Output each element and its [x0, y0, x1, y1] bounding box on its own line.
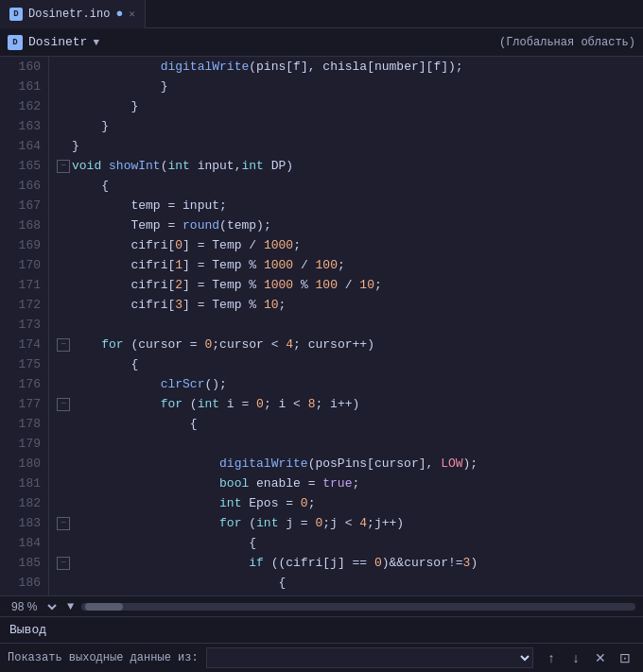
line-number: 168 — [0, 215, 49, 235]
line-number: 180 — [0, 454, 49, 474]
horizontal-scrollbar[interactable] — [81, 603, 635, 611]
code-token: / — [242, 238, 264, 252]
code-token: ][ — [419, 60, 434, 74]
code-token: input, — [190, 159, 242, 173]
code-token: ] — [338, 556, 345, 570]
code-token: Temp — [130, 218, 160, 233]
code-editor[interactable]: 160 digitalWrite(pins[f], chisla[number]… — [0, 57, 643, 595]
code-line[interactable]: −void showInt(int input,int DP) — [49, 156, 643, 176]
code-line[interactable] — [49, 434, 643, 454]
code-token — [101, 159, 109, 173]
code-line[interactable]: } — [49, 77, 643, 96]
code-line[interactable]: { — [49, 176, 643, 196]
code-token: int — [198, 397, 219, 411]
code-line[interactable]: clrScr(); — [49, 374, 643, 394]
code-token: j — [330, 556, 338, 570]
code-token: 1000 — [264, 278, 293, 292]
code-line[interactable]: cifri[1] = Temp % 1000 / 100; — [49, 255, 643, 275]
line-number: 173 — [0, 315, 49, 335]
toolbar-dropdown-arrow[interactable]: ▼ — [93, 37, 99, 48]
code-token: 4 — [286, 337, 293, 352]
code-line[interactable]: int Epos = 0; — [49, 493, 643, 513]
output-scroll-down-button[interactable]: ↓ — [565, 647, 586, 668]
code-line[interactable]: − for (int j = 0;j < 4;j++) — [49, 513, 643, 533]
indent — [72, 79, 161, 94]
code-line[interactable]: − if ((cifri[j] == 0)&&cursor!=3) — [49, 553, 643, 573]
zoom-select[interactable]: 98 % 100 % 125 % — [8, 599, 60, 614]
line-number: 176 — [0, 374, 49, 394]
code-token: , — [426, 457, 442, 471]
code-token: clrScr — [161, 377, 205, 391]
code-token: ;j++) — [367, 516, 404, 530]
code-token: cifri — [130, 258, 167, 272]
indent — [72, 337, 101, 352]
code-token: 10 — [359, 278, 374, 292]
code-line[interactable]: } — [49, 136, 643, 156]
table-row: 167 temp = input; — [0, 196, 643, 215]
code-lines-container: 160 digitalWrite(pins[f], chisla[number]… — [0, 57, 643, 595]
code-line[interactable]: cifri[3] = Temp % 10; — [49, 295, 643, 315]
code-line[interactable]: temp = input; — [49, 196, 643, 215]
zoom-dropdown-arrow[interactable]: ▼ — [67, 600, 74, 613]
code-token: cursor — [308, 337, 353, 352]
code-line[interactable]: } — [49, 116, 643, 136]
code-line[interactable]: Temp = round(temp); — [49, 215, 643, 235]
fold-icon[interactable]: − — [57, 557, 70, 570]
code-token: = — [161, 198, 182, 213]
fold-icon[interactable]: − — [57, 338, 70, 352]
output-scroll-up-button[interactable]: ↑ — [541, 647, 562, 668]
code-line[interactable]: } — [49, 96, 643, 116]
code-line[interactable]: cifri[0] = Temp / 1000; — [49, 235, 643, 255]
code-token: ++) — [353, 337, 374, 352]
indent — [72, 278, 130, 292]
line-number: 161 — [0, 77, 49, 96]
line-number: 182 — [0, 493, 49, 513]
code-token: true — [322, 476, 352, 491]
code-token: DP) — [264, 159, 293, 173]
table-row: 174− for (cursor = 0;cursor < 4; cursor+… — [0, 335, 643, 354]
code-token: (); — [204, 377, 226, 391]
code-token: j = — [278, 516, 315, 530]
line-number: 186 — [0, 573, 49, 593]
code-token: ; — [352, 476, 359, 491]
output-clear-button[interactable]: ✕ — [590, 647, 611, 668]
fold-icon[interactable]: − — [57, 160, 70, 173]
code-line[interactable]: { — [49, 573, 643, 593]
file-tab[interactable]: D Dosinetr.ino ● ✕ — [0, 0, 146, 28]
table-row: 164} — [0, 136, 643, 156]
code-line[interactable]: { — [49, 533, 643, 553]
table-row: 184 { — [0, 533, 643, 553]
fold-icon[interactable]: − — [57, 517, 70, 530]
code-token: 100 — [316, 278, 338, 292]
fold-icon[interactable]: − — [57, 398, 70, 411]
code-line[interactable] — [49, 315, 643, 335]
code-line[interactable]: − for (cursor = 0;cursor < 4; cursor++) — [49, 335, 643, 354]
table-row: 186 { — [0, 573, 643, 593]
indent — [72, 99, 130, 113]
code-token: 2 — [175, 278, 182, 292]
code-line[interactable]: digitalWrite(posPins[cursor], LOW); — [49, 454, 643, 474]
code-token: = — [182, 337, 204, 352]
code-line[interactable]: { — [49, 354, 643, 374]
line-number: 184 — [0, 533, 49, 553]
code-line[interactable]: { — [49, 414, 643, 434]
line-number: 185 — [0, 553, 49, 573]
code-line[interactable]: − for (int i = 0; i < 8; i++) — [49, 394, 643, 414]
code-line[interactable]: digitalWrite(pins[f], chisla[number][f])… — [49, 57, 643, 77]
code-token: ; i < — [264, 397, 308, 411]
output-source-select[interactable] — [206, 647, 533, 668]
code-line[interactable]: cifri[2] = Temp % 1000 % 100 / 10; — [49, 275, 643, 295]
code-token: void — [72, 159, 101, 173]
table-row: 160 digitalWrite(pins[f], chisla[number]… — [0, 57, 643, 77]
indent — [72, 258, 130, 272]
code-token: { — [101, 179, 109, 193]
code-token: = — [190, 278, 212, 292]
table-row: 181 bool enable = true; — [0, 474, 643, 493]
output-expand-button[interactable]: ⊡ — [615, 647, 635, 668]
code-line[interactable]: bool enable = true; — [49, 474, 643, 493]
code-line[interactable]: enable = false; — [49, 593, 643, 595]
table-row: 165−void showInt(int input,int DP) — [0, 156, 643, 176]
tab-close-icon[interactable]: ✕ — [129, 8, 135, 20]
indent — [72, 357, 130, 371]
code-token: showInt — [109, 159, 161, 173]
